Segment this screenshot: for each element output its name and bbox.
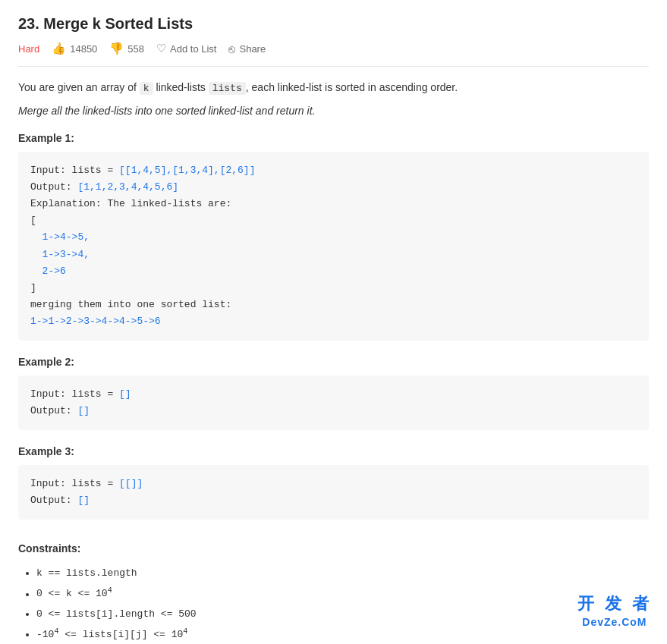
share-icon: ⎋ <box>228 42 235 55</box>
thumbs-down-icon: 👎 <box>109 42 124 55</box>
constraint-1: k == lists.length <box>36 564 649 583</box>
watermark: 开 发 者 DevZe.CoM <box>577 593 652 629</box>
add-to-list-label: Add to List <box>170 43 216 55</box>
example3-code: Input: lists = [[]] Output: [] <box>18 465 649 520</box>
dislikes-count: 558 <box>127 43 144 55</box>
thumbs-up-icon: 👍 <box>52 42 66 55</box>
watermark-line2: DevZe.CoM <box>577 615 652 629</box>
constraint-4: -104 <= lists[i][j] <= 104 <box>36 624 649 644</box>
problem-title: 23. Merge k Sorted Lists <box>18 15 649 33</box>
constraints-title: Constraints: <box>18 542 649 554</box>
example1-section: Example 1: Input: lists = [[1,4,5],[1,3,… <box>18 132 649 341</box>
example1-code: Input: lists = [[1,4,5],[1,3,4],[2,6]] O… <box>18 152 649 341</box>
example3-title: Example 3: <box>18 445 649 457</box>
meta-row: Hard 👍 14850 👎 558 ♡ Add to List ⎋ Share <box>18 42 649 67</box>
constraints-section: Constraints: k == lists.length 0 <= k <=… <box>18 542 649 644</box>
add-to-list-button[interactable]: ♡ Add to List <box>156 42 216 55</box>
example2-code: Input: lists = [] Output: [] <box>18 375 649 430</box>
likes-count: 14850 <box>70 43 97 55</box>
example1-title: Example 1: <box>18 132 649 144</box>
example2-section: Example 2: Input: lists = [] Output: [] <box>18 356 649 430</box>
code-lists: lists <box>209 82 246 95</box>
constraint-2: 0 <= k <= 104 <box>36 583 649 604</box>
share-label: Share <box>239 43 266 55</box>
watermark-line1: 开 发 者 <box>577 593 652 615</box>
code-k: k <box>140 82 153 95</box>
likes-button[interactable]: 👍 14850 <box>52 42 97 55</box>
problem-italic: Merge all the linked-lists into one sort… <box>18 105 649 117</box>
example3-section: Example 3: Input: lists = [[]] Output: [… <box>18 445 649 520</box>
desc-text-1: You are given an array of <box>18 81 140 93</box>
dislikes-button[interactable]: 👎 558 <box>109 42 144 55</box>
desc-text-2: linked-lists <box>153 81 209 93</box>
share-button[interactable]: ⎋ Share <box>228 42 266 55</box>
problem-description: You are given an array of k linked-lists… <box>18 79 649 97</box>
example2-title: Example 2: <box>18 356 649 368</box>
desc-text-3: , each linked-list is sorted in ascendin… <box>246 81 458 93</box>
constraint-3: 0 <= lists[i].length <= 500 <box>36 605 649 624</box>
heart-icon: ♡ <box>156 42 166 55</box>
constraints-list: k == lists.length 0 <= k <= 104 0 <= lis… <box>18 564 649 644</box>
difficulty-badge: Hard <box>18 43 39 55</box>
